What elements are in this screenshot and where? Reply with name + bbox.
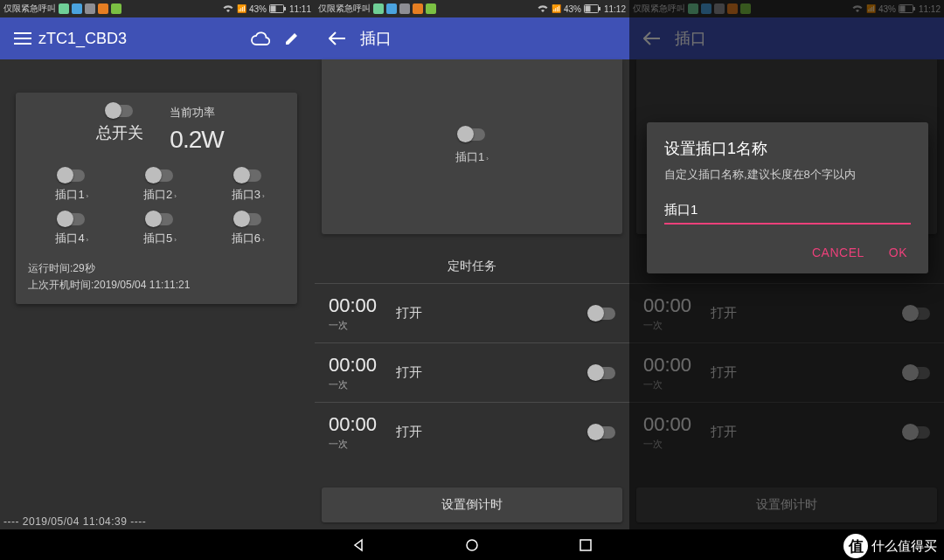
battery-pct: 43% [249, 4, 267, 14]
socket-hero-label[interactable]: 插口1› [455, 149, 489, 165]
status-icon [386, 3, 397, 14]
signal-icon: 📶 [552, 4, 561, 13]
task-action: 打开 [396, 305, 422, 321]
signal-icon: 📶 [237, 4, 246, 13]
cancel-button[interactable]: CANCEL [809, 240, 868, 265]
status-icon [399, 3, 410, 14]
task-time: 00:00 [329, 413, 377, 436]
task-time: 00:00 [329, 294, 377, 317]
carrier-label: 仅限紧急呼叫 [3, 3, 56, 15]
task-toggle[interactable] [589, 426, 615, 439]
status-icon [413, 3, 423, 14]
android-nav-bar [0, 529, 944, 560]
nav-recent-icon[interactable] [577, 536, 594, 554]
cloud-icon[interactable] [245, 23, 276, 54]
dialog-title: 设置插口1名称 [664, 138, 911, 159]
wifi-icon [537, 4, 549, 13]
dialog-message: 自定义插口名称,建议长度在8个字以内 [664, 166, 911, 183]
socket-toggle[interactable] [147, 169, 173, 182]
last-boot-label: 上次开机时间:2019/05/04 11:11:21 [28, 277, 292, 294]
status-icon [373, 3, 384, 14]
svg-rect-10 [580, 540, 591, 550]
screen-socket-detail: 仅限紧急呼叫 📶 43% 11:12 插口 插口1› 定时任务 00:00 [315, 0, 629, 529]
screenshot-timestamp: ---- 2019/05/04 11:04:39 ---- [3, 515, 146, 528]
status-icon [72, 3, 82, 14]
socket-toggle[interactable] [59, 169, 85, 182]
watermark: 值 什么值得买 [843, 534, 937, 558]
clock: 11:12 [604, 4, 626, 14]
task-row[interactable]: 00:00一次 打开 [315, 283, 629, 342]
task-freq: 一次 [329, 378, 377, 391]
carrier-label: 仅限紧急呼叫 [318, 3, 371, 15]
wifi-icon [222, 4, 234, 13]
status-bar: 仅限紧急呼叫 📶 43% 11:11 [0, 0, 315, 17]
svg-rect-5 [599, 7, 600, 10]
task-row[interactable]: 00:00一次 打开 [315, 342, 629, 402]
svg-rect-1 [270, 6, 275, 12]
app-bar: zTC1_CBD3 [0, 17, 315, 59]
screen-main: 仅限紧急呼叫 📶 43% 11:11 zTC1_CBD3 [0, 0, 315, 529]
app-title: zTC1_CBD3 [38, 30, 245, 48]
nav-home-icon[interactable] [463, 536, 481, 554]
status-icon [98, 3, 108, 14]
set-countdown-button[interactable]: 设置倒计时 [322, 487, 622, 522]
task-row[interactable]: 00:00一次 打开 [315, 402, 629, 461]
socket-toggle[interactable] [147, 213, 173, 225]
battery-icon [269, 4, 287, 13]
task-action: 打开 [396, 424, 422, 440]
power-value: 0.2W [170, 126, 223, 154]
watermark-icon: 值 [843, 534, 868, 558]
socket-grid: 插口1› 插口2› 插口3› 插口4› 插口5› 插口6› [28, 164, 292, 252]
clock: 11:11 [289, 4, 311, 14]
task-freq: 一次 [329, 438, 377, 451]
master-label: 总开关 [96, 122, 143, 143]
socket-toggle[interactable] [235, 169, 261, 182]
socket-hero: 插口1› [322, 59, 622, 234]
task-time: 00:00 [329, 354, 377, 377]
task-toggle[interactable] [589, 367, 615, 379]
device-card: 总开关 当前功率 0.2W 插口1› 插口2› 插口3› 插口4› 插口5› 插… [16, 93, 297, 304]
battery-pct: 43% [564, 4, 581, 14]
socket-label[interactable]: 插口1› [55, 187, 88, 203]
status-icon [111, 3, 121, 14]
app-bar: 插口 [315, 17, 629, 59]
ok-button[interactable]: OK [885, 240, 911, 265]
socket-label[interactable]: 插口2› [143, 187, 177, 203]
socket-name-input[interactable] [664, 199, 911, 225]
socket-toggle[interactable] [59, 213, 85, 225]
socket-label[interactable]: 插口5› [143, 231, 177, 246]
status-icon [426, 3, 436, 14]
rename-dialog: 设置插口1名称 自定义插口名称,建议长度在8个字以内 CANCEL OK [647, 122, 928, 273]
nav-back-icon[interactable] [350, 536, 367, 554]
socket-label[interactable]: 插口6› [232, 231, 265, 246]
socket-label[interactable]: 插口3› [232, 187, 265, 203]
back-icon[interactable] [322, 23, 353, 54]
socket-toggle[interactable] [235, 213, 261, 225]
svg-rect-2 [284, 7, 286, 10]
socket-label[interactable]: 插口4› [55, 231, 88, 246]
app-title: 插口 [360, 28, 622, 49]
task-action: 打开 [396, 364, 422, 381]
svg-point-9 [467, 540, 477, 550]
battery-icon [584, 4, 601, 13]
status-icon [85, 3, 95, 14]
power-label: 当前功率 [170, 105, 215, 121]
socket-hero-toggle[interactable] [459, 128, 485, 141]
screen-rename-dialog: 仅限紧急呼叫 📶 43% 11:12 插口 插口1› 定时任务 00:00 [629, 0, 944, 529]
status-icon [59, 3, 69, 14]
task-freq: 一次 [329, 319, 377, 332]
section-title: 定时任务 [315, 250, 629, 283]
task-toggle[interactable] [589, 308, 615, 320]
runtime-label: 运行时间:29秒 [28, 260, 292, 277]
watermark-text: 什么值得买 [871, 538, 937, 555]
edit-icon[interactable] [276, 23, 308, 54]
status-bar: 仅限紧急呼叫 📶 43% 11:12 [315, 0, 629, 17]
menu-icon[interactable] [7, 23, 38, 54]
master-toggle[interactable] [107, 105, 133, 117]
svg-rect-4 [585, 6, 590, 12]
